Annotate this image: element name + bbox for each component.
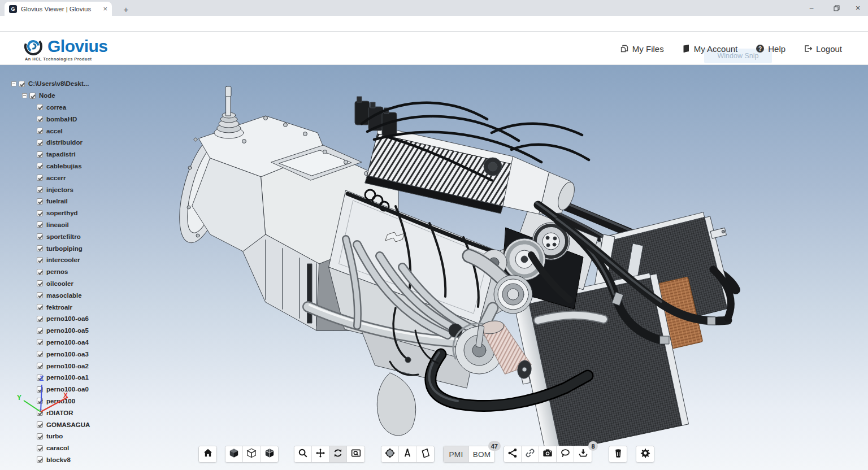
tree-checkbox[interactable] [37, 410, 43, 416]
pan-button[interactable] [312, 446, 329, 462]
tree-item-label[interactable]: caracol [46, 445, 69, 451]
tree-checkbox[interactable] [37, 233, 43, 240]
tree-item-label[interactable]: injectors [46, 186, 73, 193]
tree-checkbox[interactable] [37, 304, 43, 310]
comment-button[interactable] [557, 446, 574, 462]
delete-button[interactable] [609, 446, 627, 462]
zoom-button[interactable] [294, 446, 312, 462]
link-button[interactable] [522, 446, 539, 462]
tree-checkbox[interactable] [37, 433, 43, 439]
tree-item-label[interactable]: distribuidor [46, 139, 83, 146]
tree-item-label[interactable]: accel [46, 128, 63, 134]
tree-item-label[interactable]: rDIATOR [46, 410, 73, 416]
tree-item-label[interactable]: perno100-oa1 [46, 374, 89, 381]
glovius-logo[interactable]: Glovius [24, 37, 108, 56]
tree-checkbox[interactable] [37, 128, 43, 134]
tree-checkbox[interactable] [37, 375, 43, 381]
header-nav-my-files[interactable]: My Files [620, 44, 664, 54]
tree-item-label[interactable]: fuelrail [46, 198, 68, 204]
browser-tab[interactable]: G Glovius Viewer | Glovius × [5, 2, 112, 16]
tree-checkbox[interactable] [37, 257, 43, 263]
tree-checkbox[interactable] [37, 163, 43, 169]
tree-item-label[interactable]: pernos [46, 268, 68, 275]
tree-checkbox[interactable] [37, 292, 43, 298]
tree-checkbox[interactable] [37, 186, 43, 193]
tree-item-label[interactable]: oilcooler [46, 280, 73, 287]
tree-checkbox[interactable] [37, 198, 43, 204]
pmi-button[interactable]: PMI [444, 446, 469, 462]
tree-checkbox[interactable] [37, 140, 43, 146]
download-button[interactable]: 8 [574, 446, 592, 462]
tree-checkbox[interactable] [37, 269, 43, 275]
tree-item-label[interactable]: accerr [46, 175, 66, 181]
tree-item-label[interactable]: turbo [46, 433, 63, 439]
tree-item-label[interactable]: lineaoil [46, 221, 69, 228]
header-nav-logout[interactable]: Logout [804, 44, 842, 54]
settings-button[interactable] [636, 446, 654, 462]
tree-item-label[interactable]: perno100-oa2 [46, 363, 89, 369]
tree-item-label[interactable]: fektroair [46, 304, 72, 311]
window-close-button[interactable]: × [847, 0, 868, 16]
cube-hidden-button[interactable] [261, 446, 278, 462]
tree-item-label[interactable]: Node [39, 92, 55, 99]
tree-checkbox[interactable] [37, 151, 43, 158]
tree-checkbox[interactable] [37, 210, 43, 216]
tree-checkbox[interactable] [37, 328, 43, 334]
tree-checkbox[interactable] [37, 351, 43, 357]
tree-checkbox[interactable] [37, 245, 43, 251]
tree-expander-icon[interactable] [11, 81, 16, 86]
tree-item-label[interactable]: blockv8 [46, 456, 71, 463]
tree-checkbox[interactable] [37, 445, 43, 451]
tree-item-label[interactable]: tapadistri [46, 151, 76, 158]
tree-item-label[interactable]: perno100-oa3 [46, 351, 89, 358]
tree-item-label[interactable]: cablebujias [46, 163, 82, 169]
cube-wireframe-button[interactable] [243, 446, 261, 462]
snapshot-button[interactable] [539, 446, 557, 462]
tree-item-label[interactable]: perno100-oa4 [46, 339, 89, 346]
tree-item-label[interactable]: perno100 [46, 398, 75, 404]
tree-checkbox[interactable] [37, 421, 43, 428]
tree-checkbox[interactable] [37, 363, 43, 369]
tree-item-label[interactable]: perno100-oa0 [46, 386, 89, 393]
tree-checkbox[interactable] [37, 316, 43, 322]
tree-item-label[interactable]: C:\Users\v8\Deskt... [28, 80, 89, 87]
measure-button[interactable] [399, 446, 416, 462]
tree-checkbox[interactable] [37, 104, 43, 110]
tree-item-label[interactable]: bombaHD [46, 116, 77, 123]
tree-item-label[interactable]: GOMASAGUA [46, 421, 90, 428]
header-nav-my-account[interactable]: My Account [682, 44, 738, 54]
viewer-canvas[interactable]: C:\Users\v8\Deskt...NodecorreabombaHDacc… [0, 65, 868, 470]
section-view-button[interactable] [381, 446, 399, 462]
tab-close-icon[interactable]: × [103, 5, 107, 13]
tree-checkbox[interactable] [37, 398, 43, 404]
engine-3d-model[interactable] [0, 65, 868, 470]
window-minimize-button[interactable]: – [800, 0, 823, 16]
window-restore-button[interactable] [825, 0, 848, 16]
tree-checkbox[interactable] [37, 280, 43, 286]
home-button[interactable] [199, 446, 216, 462]
new-tab-button[interactable]: + [120, 3, 132, 15]
tree-checkbox[interactable] [37, 175, 43, 181]
tree-checkbox[interactable] [37, 339, 43, 345]
tree-checkbox[interactable] [19, 81, 25, 87]
tree-item-label[interactable]: masoclable [46, 292, 82, 299]
cube-solid-button[interactable] [225, 446, 243, 462]
tree-item-label[interactable]: sportefiltro [46, 233, 81, 240]
tree-item-label[interactable]: intercooler [46, 256, 80, 263]
tree-checkbox[interactable] [37, 386, 43, 393]
tree-item-label[interactable]: correa [46, 104, 66, 111]
tree-checkbox[interactable] [37, 116, 43, 122]
tree-item-label[interactable]: soperthyd [46, 210, 78, 216]
tree-item-label[interactable]: perno100-oa6 [46, 315, 89, 322]
section-plane-button[interactable] [416, 446, 434, 462]
rotate-button[interactable] [329, 446, 347, 462]
bom-button[interactable]: BOM47 [469, 446, 494, 462]
tree-checkbox[interactable] [37, 456, 43, 463]
header-nav-help[interactable]: ?Help [756, 44, 785, 54]
tree-item-label[interactable]: turbopiping [46, 245, 83, 252]
zoom-window-button[interactable] [347, 446, 364, 462]
tree-expander-icon[interactable] [22, 93, 27, 98]
tree-item-label[interactable]: perno100-oa5 [46, 327, 89, 334]
share-button[interactable] [504, 446, 522, 462]
tree-checkbox[interactable] [29, 93, 36, 99]
